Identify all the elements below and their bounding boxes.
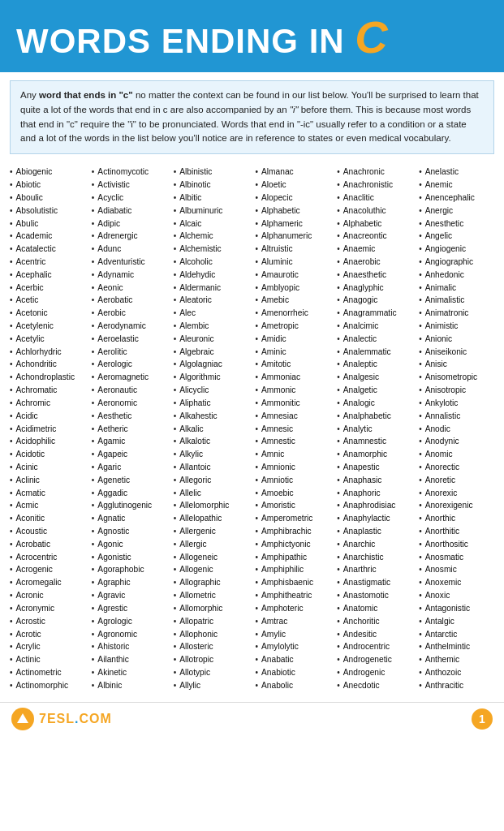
bullet-icon: • — [419, 499, 422, 512]
bullet-icon: • — [10, 576, 13, 589]
bullet-icon: • — [10, 346, 13, 359]
list-item: •Alkalotic — [174, 435, 249, 448]
word-label: Anachronistic — [343, 179, 393, 192]
word-label: Allometric — [179, 589, 216, 602]
list-item: •Anomic — [419, 448, 494, 461]
word-label: Achromic — [16, 397, 50, 410]
word-label: Anencephalic — [425, 192, 475, 205]
word-label: Allantoic — [179, 461, 211, 474]
word-label: Alcoholic — [179, 256, 213, 269]
list-item: •Aesthetic — [92, 410, 167, 423]
word-label: Anthelmintic — [425, 640, 471, 653]
word-label: Adventuristic — [97, 256, 144, 269]
word-label: Anamorphic — [343, 448, 387, 461]
bullet-icon: • — [419, 333, 422, 346]
bullet-icon: • — [255, 256, 258, 269]
word-label: Anatomic — [343, 602, 377, 615]
word-label: Alphanumeric — [261, 230, 312, 243]
word-label: Almanac — [261, 166, 294, 179]
word-label: Anesthetic — [425, 217, 464, 230]
bullet-icon: • — [92, 602, 95, 615]
list-item: •Acmatic — [10, 487, 85, 500]
list-item: •Anagrammatic — [337, 307, 412, 320]
list-item: •Acrobatic — [10, 538, 85, 551]
bullet-icon: • — [92, 384, 95, 397]
list-item: •Amoristic — [255, 499, 330, 512]
list-item: •Agapeic — [92, 448, 167, 461]
word-label: Agnatic — [97, 512, 125, 525]
list-item: •Almanac — [255, 166, 330, 179]
bullet-icon: • — [255, 192, 258, 205]
word-label: Aeromagnetic — [97, 371, 149, 384]
word-label: Acromegalic — [16, 576, 62, 589]
word-label: Anaphylactic — [343, 512, 390, 525]
list-item: •Agonic — [92, 538, 167, 551]
bullet-icon: • — [419, 538, 422, 551]
word-label: Anoxemic — [425, 576, 462, 589]
bullet-icon: • — [419, 474, 422, 487]
list-item: •Aeroelastic — [92, 333, 167, 346]
bullet-icon: • — [92, 320, 95, 333]
list-item: •Amtrac — [255, 615, 330, 628]
word-label: Activistic — [97, 179, 130, 192]
list-item: •Ammonic — [255, 384, 330, 397]
bullet-icon: • — [255, 512, 258, 525]
word-label: Anabolic — [261, 679, 293, 692]
bullet-icon: • — [92, 487, 95, 500]
bullet-icon: • — [10, 615, 13, 628]
word-label: Antalgic — [425, 615, 454, 628]
bullet-icon: • — [419, 679, 422, 692]
word-label: Actinometric — [16, 666, 62, 679]
word-label: Aboulic — [16, 192, 43, 205]
list-item: •Agnatic — [92, 512, 167, 525]
bullet-icon: • — [419, 512, 422, 525]
list-item: •Anaerobic — [337, 256, 412, 269]
list-item: •Androcentric — [337, 640, 412, 653]
list-item: •Algebraic — [174, 346, 249, 359]
word-label: Aerodynamic — [97, 320, 145, 333]
bullet-icon: • — [337, 640, 340, 653]
list-item: •Androgenic — [337, 666, 412, 679]
list-item: •Anelastic — [419, 166, 494, 179]
word-label: Alec — [179, 307, 196, 320]
word-label: Amphibrachic — [261, 525, 312, 538]
list-item: •Acerbic — [10, 282, 85, 295]
bullet-icon: • — [255, 307, 258, 320]
word-label: Aerobic — [97, 307, 126, 320]
list-item: •Alopecic — [255, 192, 330, 205]
bullet-icon: • — [255, 346, 258, 359]
bullet-icon: • — [337, 512, 340, 525]
list-item: •Analcimic — [337, 320, 412, 333]
bullet-icon: • — [92, 333, 95, 346]
list-item: •Allergenic — [174, 525, 249, 538]
bullet-icon: • — [337, 256, 340, 269]
bullet-icon: • — [174, 423, 177, 436]
list-item: •Allophonic — [174, 628, 249, 641]
word-label: Acrotic — [16, 628, 41, 641]
list-item: •Analgesic — [337, 371, 412, 384]
word-label: Acrostic — [16, 615, 45, 628]
bullet-icon: • — [419, 384, 422, 397]
word-label: Allosteric — [179, 640, 213, 653]
word-label: Actinomorphic — [16, 679, 69, 692]
list-item: •Animistic — [419, 320, 494, 333]
word-label: Acmatic — [16, 487, 45, 500]
bullet-icon: • — [337, 243, 340, 256]
word-label: Amitotic — [261, 358, 291, 371]
word-label: Amphoteric — [261, 602, 304, 615]
word-label: Alchemic — [179, 230, 213, 243]
word-label: Acetonic — [16, 307, 48, 320]
bullet-icon: • — [92, 397, 95, 410]
word-label: Albinotic — [179, 179, 211, 192]
bullet-icon: • — [92, 243, 95, 256]
word-label: Allelopathic — [179, 512, 222, 525]
list-item: •Anacoluthic — [337, 205, 412, 217]
bullet-icon: • — [10, 294, 13, 307]
list-item: •Anhedonic — [419, 269, 494, 282]
bullet-icon: • — [255, 205, 258, 217]
word-label: Anagrammatic — [343, 307, 397, 320]
list-item: •Amnesic — [255, 423, 330, 436]
list-item: •Adunc — [92, 243, 167, 256]
list-item: •Albuminuric — [174, 205, 249, 217]
bullet-icon: • — [174, 397, 177, 410]
